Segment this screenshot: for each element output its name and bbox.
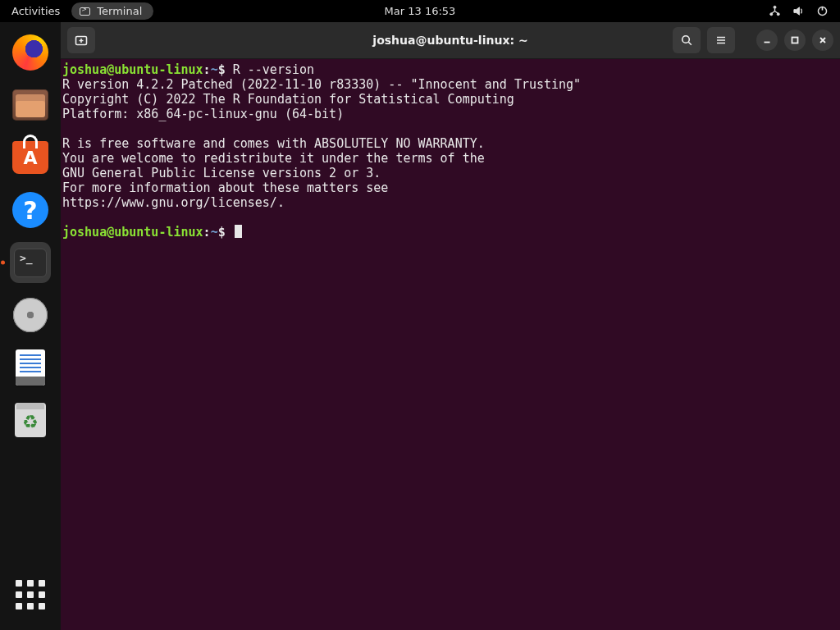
text-editor-icon (16, 349, 45, 386)
prompt-path: ~ (211, 225, 218, 240)
dock-text-editor[interactable] (10, 347, 51, 388)
clock-text: Mar 13 16:53 (385, 5, 456, 17)
topbar-clock[interactable]: Mar 13 16:53 (385, 5, 456, 17)
dock-firefox[interactable] (10, 32, 51, 73)
search-button[interactable] (673, 27, 701, 53)
network-icon (769, 5, 781, 17)
svg-point-0 (774, 6, 776, 8)
output-line: Platform: x86_64-pc-linux-gnu (64-bit) (62, 107, 344, 121)
terminal-icon (80, 7, 90, 16)
prompt-userhost: joshua@ubuntu-linux (62, 225, 203, 240)
terminal-app-icon (14, 249, 47, 277)
firefox-icon (12, 34, 48, 71)
files-icon (12, 89, 48, 121)
dock-disc[interactable] (10, 294, 51, 336)
prompt-path: ~ (211, 62, 218, 77)
output-line: For more information about these matters… (62, 180, 388, 195)
dock-terminal[interactable] (10, 242, 51, 283)
show-applications-button[interactable] (11, 576, 49, 614)
titlebar: joshua@ubuntu-linux: ~ (61, 22, 840, 59)
prompt-sep: : (203, 62, 211, 77)
output-line: R is free software and comes with ABSOLU… (62, 136, 485, 151)
terminal-body[interactable]: joshua@ubuntu-linux:~$ R --version R ver… (61, 59, 840, 630)
volume-icon (792, 5, 805, 17)
dock-trash[interactable] (10, 399, 51, 441)
dock: ? (0, 22, 61, 630)
software-store-icon (12, 141, 48, 174)
svg-point-5 (682, 36, 690, 43)
dock-help[interactable]: ? (10, 189, 51, 231)
activities-button[interactable]: Activities (11, 5, 60, 17)
top-panel-left: Activities Terminal (0, 2, 153, 20)
prompt-dollar: $ (218, 225, 226, 240)
prompt-sep: : (203, 225, 211, 240)
dock-software[interactable] (10, 137, 51, 178)
close-button[interactable] (812, 30, 833, 51)
dock-files[interactable] (10, 84, 51, 126)
terminal-window: joshua@ubuntu-linux: ~ joshua@ubuntu-lin… (61, 22, 840, 630)
prompt-dollar: $ (218, 62, 226, 77)
help-icon: ? (12, 192, 48, 228)
minimize-button[interactable] (756, 30, 778, 51)
new-tab-button[interactable] (67, 27, 95, 53)
hamburger-menu-button[interactable] (707, 27, 735, 53)
svg-rect-6 (792, 38, 798, 43)
prompt-userhost: joshua@ubuntu-linux (62, 62, 203, 77)
output-line: You are welcome to redistribute it under… (62, 151, 485, 166)
output-line: https://www.gnu.org/licenses/. (62, 195, 285, 210)
power-icon (816, 5, 829, 17)
window-title: joshua@ubuntu-linux: ~ (372, 34, 527, 47)
maximize-button[interactable] (784, 30, 806, 51)
output-line: R version 4.2.2 Patched (2022-11-10 r833… (62, 77, 581, 92)
topbar-app-indicator[interactable]: Terminal (71, 2, 153, 20)
entered-command: R --version (226, 62, 314, 77)
trash-icon (15, 403, 46, 437)
top-panel: Activities Terminal Mar 13 16:53 (0, 0, 840, 22)
output-line: Copyright (C) 2022 The R Foundation for … (62, 92, 514, 107)
cursor (235, 225, 242, 238)
output-line: GNU General Public License versions 2 or… (62, 166, 381, 180)
topbar-status-area[interactable] (769, 5, 840, 17)
topbar-app-label: Terminal (97, 5, 142, 17)
disc-icon (13, 298, 48, 332)
